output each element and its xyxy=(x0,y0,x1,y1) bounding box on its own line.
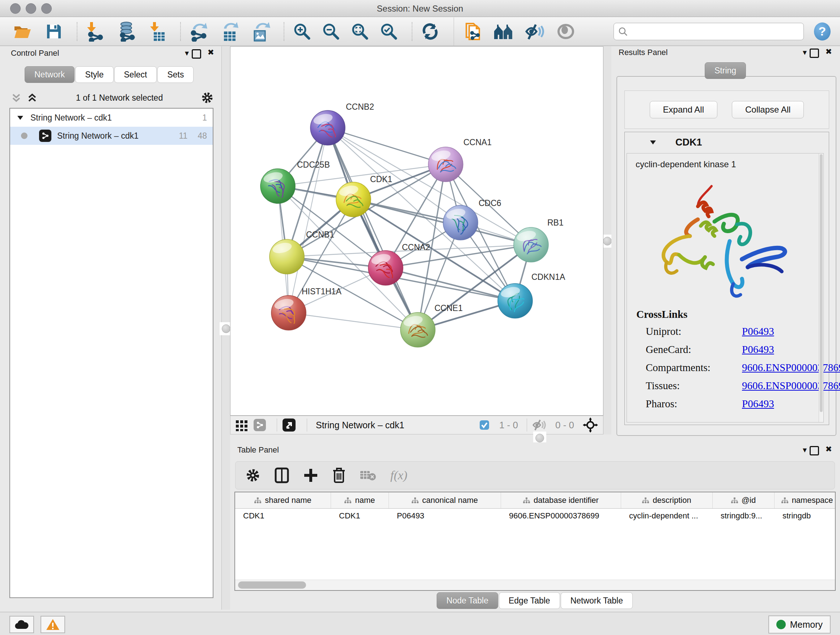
network-edge-CCNB2-CCNA1[interactable] xyxy=(328,128,446,165)
results-panel-close-icon[interactable]: ✖ xyxy=(826,48,832,56)
crosslink-link[interactable]: 9606.ENSP00000378699 xyxy=(742,362,840,373)
column-header-namespace[interactable]: namespace xyxy=(775,492,836,508)
network-node-CDK1[interactable]: CDK1 xyxy=(336,174,392,217)
node-table[interactable]: shared namenamecanonical namedatabase id… xyxy=(234,492,836,591)
network-node-CDC6[interactable]: CDC6 xyxy=(443,198,501,240)
cloud-status-button[interactable] xyxy=(9,616,34,633)
network-edge-CCNE1-HIST1H1A[interactable] xyxy=(289,313,418,330)
export-network-icon[interactable] xyxy=(188,21,209,42)
table-horizontal-scrollbar[interactable] xyxy=(235,580,835,590)
zoom-out-icon[interactable] xyxy=(321,21,341,42)
left-splitter[interactable] xyxy=(221,46,231,610)
right-splitter[interactable] xyxy=(603,46,612,440)
tab-network[interactable]: Network xyxy=(25,66,74,83)
expand-all-icon[interactable] xyxy=(27,92,38,103)
function-builder-icon[interactable]: f(x) xyxy=(390,469,407,482)
network-edge-CCNB2-CCNE1[interactable] xyxy=(328,128,418,330)
tab-node-table[interactable]: Node Table xyxy=(437,592,498,609)
tab-string[interactable]: String xyxy=(705,62,746,79)
table-cell[interactable]: P06493 xyxy=(389,509,501,523)
network-row-selected[interactable]: String Network – cdk1 11 48 xyxy=(10,127,213,145)
results-panel-menu-icon[interactable]: ▾ xyxy=(803,49,807,57)
collapse-all-icon[interactable] xyxy=(11,92,22,103)
table-cell[interactable]: cyclin-dependent ... xyxy=(621,509,713,523)
apply-style-refresh-icon[interactable] xyxy=(420,21,441,42)
crosslink-link[interactable]: P06493 xyxy=(742,398,774,409)
fit-selected-crosshair-icon[interactable] xyxy=(583,417,598,432)
table-row[interactable]: CDK1CDK1P064939606.ENSP00000378699cyclin… xyxy=(235,509,835,523)
table-panel-close-icon[interactable]: ✖ xyxy=(826,445,832,453)
collapse-all-button[interactable]: Collapse All xyxy=(732,101,804,119)
control-panel-float-icon[interactable] xyxy=(192,49,201,60)
import-table-icon[interactable] xyxy=(147,21,168,42)
gene-card-header[interactable]: CDK1 xyxy=(625,132,829,152)
hide-selected-eye-slash-icon[interactable] xyxy=(524,21,545,42)
hidden-eye-slash-icon[interactable] xyxy=(532,419,546,431)
column-header-database-identifier[interactable]: database identifier xyxy=(501,492,621,508)
zoom-fit-icon[interactable] xyxy=(349,21,370,42)
tab-edge-table[interactable]: Edge Table xyxy=(499,592,560,609)
crosslink-link[interactable]: P06493 xyxy=(742,325,774,337)
network-node-CCNE1[interactable]: CCNE1 xyxy=(401,303,463,347)
network-collection-row[interactable]: String Network – cdk1 1 xyxy=(10,109,213,127)
search-input[interactable] xyxy=(631,27,799,36)
memory-button[interactable]: Memory xyxy=(768,616,831,633)
column-header-description[interactable]: description xyxy=(621,492,713,508)
table-cell[interactable]: 9606.ENSP00000378699 xyxy=(501,509,621,523)
help-icon[interactable]: ? xyxy=(814,22,831,41)
column-header-shared-name[interactable]: shared name xyxy=(235,492,331,508)
collection-expand-icon[interactable] xyxy=(17,115,24,120)
table-scrollbar-thumb[interactable] xyxy=(238,581,306,589)
control-panel-close-icon[interactable]: ✖ xyxy=(208,49,214,57)
tab-sets[interactable]: Sets xyxy=(157,66,194,83)
open-session-icon[interactable] xyxy=(12,21,33,42)
birdseye-grid-icon[interactable] xyxy=(235,419,248,431)
network-node-CCNA1[interactable]: CCNA1 xyxy=(428,138,492,182)
column-header-@id[interactable]: @id xyxy=(713,492,775,508)
search-field[interactable] xyxy=(614,23,804,40)
delete-column-icon[interactable] xyxy=(332,467,346,483)
detach-view-icon[interactable] xyxy=(282,418,296,432)
add-column-icon[interactable] xyxy=(303,468,318,483)
crosslink-link[interactable]: 9606.ENSP00000378699 xyxy=(742,380,840,391)
show-columns-icon[interactable] xyxy=(275,467,289,483)
tab-network-table[interactable]: Network Table xyxy=(561,592,633,609)
export-table-icon[interactable] xyxy=(219,21,240,42)
table-cell[interactable]: CDK1 xyxy=(235,509,331,523)
table-cell[interactable]: stringdb xyxy=(775,509,836,523)
network-edge-CCNB2-HIST1H1A[interactable] xyxy=(289,128,328,313)
network-edge-CDK1-RB1[interactable] xyxy=(354,200,531,245)
crosslink-link[interactable]: P06493 xyxy=(742,344,774,355)
network-options-gear-icon[interactable] xyxy=(201,92,213,104)
save-session-icon[interactable] xyxy=(43,21,65,42)
table-options-gear-icon[interactable] xyxy=(246,468,260,483)
first-neighbors-icon[interactable] xyxy=(493,21,514,42)
clone-network-icon[interactable] xyxy=(462,21,483,42)
selected-checkbox-icon[interactable] xyxy=(479,420,490,431)
tab-style[interactable]: Style xyxy=(75,66,113,83)
zoom-in-icon[interactable] xyxy=(292,21,313,42)
network-node-RB1[interactable]: RB1 xyxy=(514,218,564,262)
table-panel-float-icon[interactable] xyxy=(810,446,819,457)
tab-select[interactable]: Select xyxy=(114,66,157,83)
gene-card-collapse-icon[interactable] xyxy=(649,139,657,145)
export-image-icon[interactable] xyxy=(250,21,271,42)
network-node-HIST1H1A[interactable]: HIST1H1A xyxy=(271,287,342,330)
import-network-file-icon[interactable] xyxy=(85,21,106,42)
string-view-icon[interactable] xyxy=(254,419,266,431)
results-panel-float-icon[interactable] xyxy=(810,49,819,59)
column-header-name[interactable]: name xyxy=(331,492,389,508)
results-scrollbar[interactable] xyxy=(819,154,823,422)
network-canvas[interactable]: CCNB2CCNA1CDC25BCDK1CDC6RB1CCNB1CCNA2CDK… xyxy=(230,46,603,416)
expand-all-button[interactable]: Expand All xyxy=(650,101,717,119)
table-panel-menu-icon[interactable]: ▾ xyxy=(803,446,807,454)
column-header-canonical-name[interactable]: canonical name xyxy=(389,492,501,508)
zoom-selected-icon[interactable] xyxy=(378,21,399,42)
network-node-CCNB1[interactable]: CCNB1 xyxy=(270,230,334,274)
warnings-button[interactable] xyxy=(41,616,65,633)
control-panel-menu-icon[interactable]: ▾ xyxy=(185,49,189,57)
delete-table-icon[interactable] xyxy=(360,470,376,481)
table-cell[interactable]: stringdb:9... xyxy=(713,509,775,523)
network-node-CDKN1A[interactable]: CDKN1A xyxy=(498,272,565,318)
import-network-database-icon[interactable] xyxy=(116,21,137,42)
